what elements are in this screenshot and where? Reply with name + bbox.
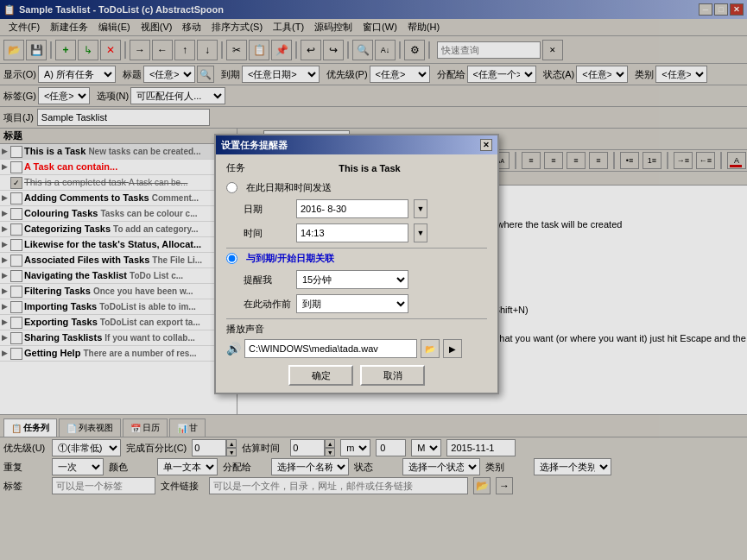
date-dropdown-button[interactable]: ▼: [414, 199, 427, 218]
dialog-separator: [226, 248, 487, 249]
remind-label: 提醒我: [244, 274, 291, 286]
cancel-button[interactable]: 取消: [360, 365, 425, 386]
dialog-title-text: 设置任务提醒器: [221, 139, 288, 152]
reminder-dialog: 设置任务提醒器 ✕ 任务 This is a Task 在此日期和时间发送 日期…: [214, 134, 499, 394]
dialog-date-row: 日期 ▼: [244, 199, 487, 218]
radio-relative[interactable]: [226, 253, 237, 264]
time-input[interactable]: [296, 223, 408, 242]
action-label: 在此动作前: [244, 298, 291, 311]
dialog-buttons: 确定 取消: [226, 365, 487, 386]
action-select[interactable]: 到期 开始: [296, 294, 408, 313]
dialog-task-name: This is a Task: [252, 163, 487, 173]
dialog-separator2: [226, 318, 487, 319]
dialog-radio1-row: 在此日期和时间发送: [226, 181, 487, 194]
date-input[interactable]: [296, 199, 408, 218]
radio2-label: 与到期/开始日期关联: [246, 252, 334, 265]
sound-browse-button[interactable]: 📂: [421, 339, 440, 358]
sound-play-button[interactable]: ▶: [443, 339, 462, 358]
ok-button[interactable]: 确定: [288, 365, 353, 386]
time-label: 时间: [244, 227, 291, 240]
radio-datetime[interactable]: [226, 182, 237, 193]
sound-path-input[interactable]: [244, 339, 417, 358]
dialog-title-bar: 设置任务提醒器 ✕: [216, 135, 497, 154]
dialog-task-row: 任务 This is a Task: [226, 161, 487, 174]
time-dropdown-button[interactable]: ▼: [414, 223, 427, 242]
remind-select[interactable]: 15分钟 5分钟 10分钟 30分钟 1小时: [296, 270, 408, 289]
dialog-radio2-row: 与到期/开始日期关联: [226, 252, 487, 265]
dialog-remind-row: 提醒我 15分钟 5分钟 10分钟 30分钟 1小时: [244, 270, 487, 289]
dialog-overlay: 设置任务提醒器 ✕ 任务 This is a Task 在此日期和时间发送 日期…: [0, 0, 747, 560]
dialog-body: 任务 This is a Task 在此日期和时间发送 日期 ▼ 时间 ▼: [216, 154, 497, 393]
dialog-time-row: 时间 ▼: [244, 223, 487, 242]
dialog-sound-row: 🔊 📂 ▶: [226, 339, 487, 358]
dialog-close-button[interactable]: ✕: [480, 139, 492, 151]
sound-section-label: 播放声音: [226, 323, 487, 336]
dialog-action-row: 在此动作前 到期 开始: [244, 294, 487, 313]
dialog-task-label: 任务: [226, 161, 245, 174]
sound-icon: 🔊: [226, 342, 241, 356]
radio1-label: 在此日期和时间发送: [246, 181, 332, 194]
date-label: 日期: [244, 203, 291, 216]
